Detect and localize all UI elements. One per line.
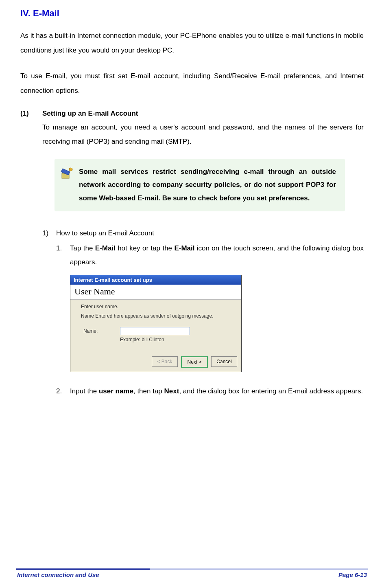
step-1-bold-1: E-Mail: [95, 244, 116, 252]
cancel-button[interactable]: Cancel: [211, 356, 237, 367]
next-button[interactable]: Next >: [181, 356, 208, 368]
step-2-mid: , then tap: [133, 387, 164, 395]
dialog-heading: User Name: [70, 285, 241, 300]
note-icon: [60, 166, 74, 180]
dialog-screenshot: Internet E-mail account set ups User Nam…: [70, 275, 242, 372]
subsection-number: (1): [20, 110, 42, 118]
footer-left: Internet connection and Use: [17, 571, 99, 578]
howto-heading: 1) How to setup an E-mail Account: [20, 229, 364, 237]
step-2-bold-2: Next: [164, 387, 179, 395]
step-2-bold-1: user name: [99, 387, 133, 395]
dialog-instruction-2: Name Entered here appears as sender of o…: [81, 313, 234, 320]
step-1-mid: hot key or tap the: [116, 244, 175, 252]
step-2-text: Input the user name, then tap Next, and …: [70, 384, 364, 398]
note-box: Some mail services restrict sending/rece…: [55, 159, 345, 211]
step-2-number: 2.: [56, 384, 70, 398]
subsection-title: Setting up an E-mail Account: [42, 110, 138, 118]
name-label: Name:: [81, 328, 120, 334]
dialog-instruction-1: Enter user name.: [81, 304, 234, 309]
dialog-body: Enter user name. Name Entered here appea…: [70, 300, 241, 353]
footer-divider: [16, 568, 368, 570]
step-2: 2. Input the user name, then tap Next, a…: [20, 384, 364, 398]
footer-right: Page 6-13: [338, 571, 367, 578]
section-number: IV.: [20, 8, 31, 18]
name-field-row: Name:: [81, 327, 234, 335]
intro-paragraph-1: As it has a built-in Internet connection…: [20, 29, 364, 57]
step-1-number: 1.: [56, 241, 70, 269]
step-1-text: Tap the E-Mail hot key or tap the E-Mail…: [70, 241, 364, 269]
dialog-buttons: < Back Next > Cancel: [70, 353, 241, 372]
note-text: Some mail services restrict sending/rece…: [79, 165, 336, 205]
back-button[interactable]: < Back: [152, 356, 178, 367]
step-2-post: , and the dialog box for entering an E-m…: [179, 387, 363, 395]
howto-title: How to setup an E-mail Account: [56, 229, 154, 237]
section-name: E-Mail: [33, 8, 59, 18]
step-1: 1. Tap the E-Mail hot key or tap the E-M…: [20, 241, 364, 269]
name-input[interactable]: [120, 327, 190, 335]
howto-number: 1): [42, 229, 56, 237]
svg-point-1: [69, 168, 72, 171]
subsection-heading: (1) Setting up an E-mail Account: [20, 110, 364, 118]
step-2-pre: Input the: [70, 387, 99, 395]
subsection-body: To manage an account, you need a user's …: [20, 120, 364, 149]
step-1-pre: Tap the: [70, 244, 95, 252]
dialog-titlebar: Internet E-mail account set ups: [70, 275, 241, 285]
intro-paragraph-2: To use E-mail, you must first set E-mail…: [20, 69, 364, 98]
step-1-bold-2: E-Mail: [174, 244, 194, 252]
section-title: IV. E-Mail: [20, 8, 364, 19]
name-example: Example: bill Clinton: [81, 337, 234, 342]
page-footer: Internet connection and Use Page 6-13: [0, 568, 384, 578]
